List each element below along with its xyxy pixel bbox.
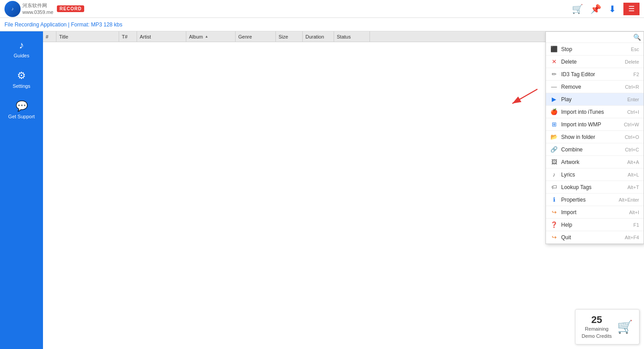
col-header-title: Title	[56, 31, 119, 42]
search-icon[interactable]: 🔍	[633, 34, 641, 41]
col-header-track: T#	[119, 31, 137, 42]
menu-item-shortcut: Alt+L	[628, 172, 639, 177]
menu-item-icon: ♪	[550, 171, 558, 178]
sub-bar: File Recording Application | Format: MP3…	[0, 18, 644, 31]
menu-item-label: ID3 Tag Editor	[561, 71, 630, 78]
menu-item-shortcut: Alt+Enter	[618, 197, 639, 203]
sidebar-item-settings[interactable]: ⚙ Settings	[4, 66, 39, 92]
logo-area: ♪ 河东软件网 www.0359.me	[4, 1, 53, 17]
menu-item-artwork[interactable]: 🖼ArtworkAlt+A	[546, 156, 644, 168]
sidebar-label-settings: Settings	[13, 83, 30, 89]
menu-item-import-into-wmp[interactable]: ⊞Import into WMPCtrl+W	[546, 118, 644, 131]
sidebar: ♪ Guides ⚙ Settings 💬 Get Support	[0, 31, 43, 349]
menu-item-label: Quit	[561, 234, 621, 241]
credits-number: 25	[582, 314, 612, 326]
cart-icon[interactable]: 🛒	[572, 4, 583, 14]
menu-item-icon: 🏷	[550, 184, 558, 190]
menu-search-row: 🔍	[546, 32, 644, 43]
menu-item-label: Import	[561, 209, 626, 215]
col-header-size: Size	[276, 31, 303, 42]
menu-item-icon: ⬛	[550, 46, 558, 52]
menu-item-properties[interactable]: ℹPropertiesAlt+Enter	[546, 194, 644, 206]
menu-item-delete[interactable]: ✕DeleteDelete	[546, 56, 644, 68]
settings-icon: ⚙	[17, 70, 26, 82]
menu-item-quit[interactable]: ↪QuitAlt+F4	[546, 231, 644, 244]
credits-cart-icon[interactable]: 🛒	[617, 319, 633, 334]
menu-item-import-into-itunes[interactable]: 🍎Import into iTunesCtrl+I	[546, 106, 644, 118]
menu-items-container: ⬛StopEsc✕DeleteDelete✏ID3 Tag EditorF2—R…	[546, 43, 644, 244]
download-icon[interactable]: ⬇	[609, 4, 616, 14]
menu-item-icon: 🖼	[550, 159, 558, 165]
col-header-genre: Genre	[236, 31, 276, 42]
menu-item-icon: ↪	[550, 234, 558, 241]
menu-item-shortcut: Alt+T	[627, 185, 639, 190]
menu-item-label: Play	[561, 96, 624, 103]
top-bar: ♪ 河东软件网 www.0359.me RECORD 🛒 📌 ⬇ ☰	[0, 0, 644, 18]
menu-item-remove[interactable]: —RemoveCtrl+R	[546, 81, 644, 93]
context-menu: 🔍 ⬛StopEsc✕DeleteDelete✏ID3 Tag EditorF2…	[545, 31, 644, 244]
menu-item-shortcut: Enter	[627, 97, 639, 102]
sort-arrow: ▲	[205, 34, 208, 39]
demo-credits-panel: 25 Remaining Demo Credits 🛒	[575, 309, 640, 345]
menu-item-label: Help	[561, 222, 630, 228]
menu-item-id3-tag-editor[interactable]: ✏ID3 Tag EditorF2	[546, 68, 644, 81]
credits-label: Remaining Demo Credits	[582, 326, 612, 340]
menu-item-shortcut: Esc	[631, 47, 639, 52]
menu-item-label: Artwork	[561, 159, 623, 165]
menu-item-label: Properties	[561, 197, 615, 203]
menu-item-icon: ❓	[550, 221, 558, 228]
menu-item-icon: 🔗	[550, 146, 558, 153]
menu-item-import[interactable]: ↪ImportAlt+I	[546, 206, 644, 219]
sidebar-label-guides: Guides	[14, 53, 30, 58]
menu-item-shortcut: Ctrl+R	[625, 84, 639, 90]
menu-item-lyrics[interactable]: ♪LyricsAlt+L	[546, 168, 644, 181]
col-header-status: Status	[334, 31, 370, 42]
menu-item-shortcut: Ctrl+I	[627, 109, 639, 115]
col-header-num: #	[43, 31, 56, 42]
menu-item-lookup-tags[interactable]: 🏷Lookup TagsAlt+T	[546, 181, 644, 194]
menu-item-shortcut: Ctrl+C	[625, 147, 639, 152]
menu-item-label: Stop	[561, 46, 627, 52]
support-icon: 💬	[16, 100, 28, 112]
menu-item-icon: ✏	[550, 71, 558, 78]
menu-item-shortcut: Ctrl+O	[625, 134, 639, 140]
menu-button[interactable]: ☰	[623, 3, 640, 15]
menu-item-label: Import into iTunes	[561, 109, 623, 115]
menu-item-label: Show in folder	[561, 134, 621, 140]
menu-item-label: Import into WMP	[561, 121, 620, 128]
pin-icon[interactable]: 📌	[590, 4, 601, 14]
col-header-artist: Artist	[137, 31, 186, 42]
col-header-album: Album ▲	[186, 31, 236, 42]
menu-item-combine[interactable]: 🔗CombineCtrl+C	[546, 143, 644, 156]
menu-item-icon: 📂	[550, 134, 558, 140]
credits-text: 25 Remaining Demo Credits	[582, 314, 612, 340]
menu-item-icon: ▶	[550, 96, 558, 103]
logo-text: 河东软件网 www.0359.me	[22, 2, 53, 15]
menu-item-label: Lookup Tags	[561, 184, 624, 190]
menu-item-help[interactable]: ❓HelpF1	[546, 219, 644, 231]
menu-item-shortcut: Alt+A	[627, 159, 639, 165]
menu-item-icon: 🍎	[550, 108, 558, 115]
menu-item-icon: ↪	[550, 209, 558, 215]
menu-item-icon: ℹ	[550, 196, 558, 203]
logo-icon: ♪	[4, 1, 21, 17]
col-header-duration: Duration	[303, 31, 334, 42]
menu-item-shortcut: F1	[633, 222, 639, 228]
menu-item-shortcut: Alt+I	[629, 210, 639, 215]
sidebar-item-guides[interactable]: ♪ Guides	[4, 36, 39, 62]
menu-item-icon: ✕	[550, 58, 558, 65]
menu-item-label: Combine	[561, 146, 622, 153]
sidebar-item-support[interactable]: 💬 Get Support	[4, 97, 39, 123]
menu-item-shortcut: Ctrl+W	[624, 122, 639, 127]
top-bar-right: 🛒 📌 ⬇ ☰	[572, 3, 640, 15]
record-badge: RECORD	[57, 5, 84, 12]
menu-item-play[interactable]: ▶PlayEnter	[546, 93, 644, 106]
top-bar-left: ♪ 河东软件网 www.0359.me RECORD	[4, 1, 84, 17]
sub-bar-text: File Recording Application | Format: MP3…	[4, 22, 122, 28]
menu-item-icon: ⊞	[550, 121, 558, 128]
menu-item-icon: —	[550, 83, 558, 90]
menu-item-label: Lyrics	[561, 172, 624, 178]
sidebar-label-support: Get Support	[8, 114, 34, 119]
menu-item-stop[interactable]: ⬛StopEsc	[546, 43, 644, 56]
menu-item-show-in-folder[interactable]: 📂Show in folderCtrl+O	[546, 131, 644, 143]
